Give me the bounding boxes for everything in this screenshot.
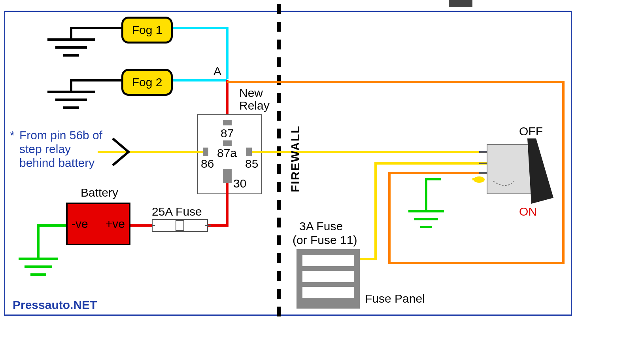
new-relay-label-2: Relay — [239, 99, 270, 112]
svg-rect-2 — [176, 220, 184, 231]
pin86-label: 86 — [201, 157, 214, 171]
pin87-label: 87 — [221, 127, 234, 140]
fuse25-label: 25A Fuse — [152, 205, 202, 218]
battery: -ve +ve — [66, 203, 130, 245]
green-wire-switch — [426, 179, 441, 211]
fog2-label: Fog 2 — [132, 76, 162, 89]
switch-lamp-body — [449, 0, 472, 7]
battery-label: Battery — [81, 186, 118, 199]
from-pin-2: step relay — [19, 142, 71, 156]
svg-rect-3 — [302, 255, 354, 266]
pin87a-label: 87a — [217, 146, 237, 160]
fuse3-label-1: 3A Fuse — [299, 220, 343, 233]
relay-pin-87a — [223, 140, 232, 146]
from-pin-3: behind battery — [19, 156, 94, 170]
svg-marker-7 — [527, 138, 553, 204]
firewall-label: FIREWALL — [289, 125, 302, 192]
relay-pin-85 — [246, 148, 252, 156]
from-pin-1: From pin 56b of — [19, 129, 102, 142]
svg-rect-4 — [302, 271, 354, 282]
new-relay-label-1: New — [239, 86, 263, 100]
fuse3-label-2: (or Fuse 11) — [293, 233, 357, 247]
fog-light-1: Fog 1 — [121, 17, 173, 44]
wiring-diagram: Fog 1 Fog 2 -ve +ve A New Relay 87 87a 8… — [0, 0, 644, 360]
fuse-panel-label: Fuse Panel — [365, 292, 425, 305]
relay-pin-87 — [223, 120, 232, 125]
switch-on-label: ON — [519, 205, 537, 218]
fog1-label: Fog 1 — [132, 23, 162, 37]
switch-lamp-bulb — [474, 176, 485, 183]
battery-pos: +ve — [106, 217, 125, 231]
node-a-label: A — [213, 64, 221, 78]
pin30-label: 30 — [233, 177, 246, 190]
asterisk: * — [10, 129, 15, 142]
battery-neg: -ve — [72, 217, 88, 231]
svg-rect-6 — [487, 144, 533, 194]
credit: Pressauto.NET — [13, 298, 97, 312]
relay-pin-30 — [223, 169, 232, 183]
svg-rect-5 — [302, 287, 354, 298]
fog2-ground-wire — [71, 80, 121, 92]
pin85-label: 85 — [245, 157, 258, 171]
fog1-ground-wire — [71, 28, 121, 40]
switch-off-label: OFF — [519, 125, 543, 138]
relay-pin-86 — [203, 148, 208, 156]
fog-light-2: Fog 2 — [121, 69, 173, 96]
green-wire-battery — [38, 225, 66, 259]
rocker-switch — [479, 138, 553, 204]
